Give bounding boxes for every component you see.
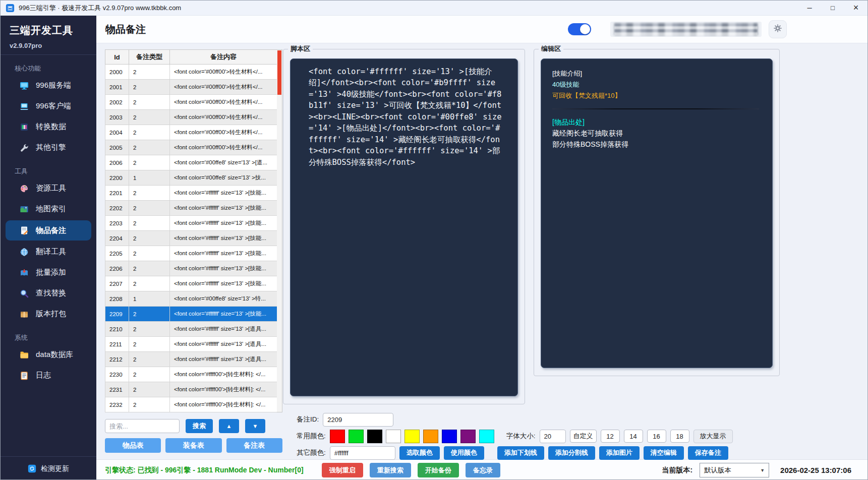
table-row[interactable]: 22072<font color='#ffffff' size='13' >[技… (105, 276, 277, 291)
table-row[interactable]: 22032<font color='#ffffff' size='13' >[技… (105, 216, 277, 231)
redacted-text-blur (610, 22, 762, 37)
search-input[interactable] (105, 419, 180, 433)
sidebar-item-map[interactable]: 地图索引 (1, 199, 96, 219)
sidebar-item-server[interactable]: 996服务端 (1, 75, 96, 96)
table-row[interactable]: 22062<font color='#ffffff' size='13' >[技… (105, 261, 277, 276)
table-row[interactable]: 22022<font color='#ffffff' size='13' >[技… (105, 201, 277, 216)
table-scrollbar[interactable] (277, 49, 282, 412)
add-divider-button[interactable]: 添加分割线 (548, 446, 595, 460)
prev-result-button[interactable]: ▲ (219, 419, 239, 433)
color-swatch[interactable] (423, 430, 438, 443)
version-select[interactable]: 默认版本 ▼ (700, 463, 769, 477)
sidebar-item-folder[interactable]: data数据库 (1, 344, 96, 365)
zoom-display-button[interactable]: 放大显示 (693, 430, 733, 443)
tab-equip-table[interactable]: 装备表 (165, 438, 221, 453)
color-swatch[interactable] (349, 430, 364, 443)
use-color-button[interactable]: 使用颜色 (444, 446, 484, 460)
table-row[interactable]: 22092<font color='#ffffff' size='13' >[技… (105, 307, 277, 322)
column-header-type: 备注类型 (129, 50, 170, 65)
cell-type: 2 (129, 397, 170, 412)
sidebar-item-convert-data[interactable]: 转换数据 (1, 116, 96, 137)
table-row[interactable]: 22081<font color='#00ffe8' size='13' >特.… (105, 291, 277, 307)
table-row[interactable]: 22312<font color='#ffff00'>[转生材料]: </... (105, 382, 277, 397)
other-color-input[interactable] (330, 446, 395, 460)
sidebar-item-log[interactable]: 日志 (1, 365, 96, 386)
check-update-button[interactable]: 检测更新 (1, 456, 96, 480)
force-restart-button[interactable]: 强制重启 (322, 463, 363, 477)
font-size-16-button[interactable]: 16 (647, 430, 666, 443)
font-size-14-button[interactable]: 14 (624, 430, 643, 443)
search-button[interactable]: 搜索 (186, 419, 213, 433)
sidebar-item-client[interactable]: 996客户端 (1, 96, 96, 116)
table-row[interactable]: 22112<font color='#ffffff' size='13' >[道… (105, 337, 277, 352)
color-swatch[interactable] (460, 430, 476, 443)
memo-button[interactable]: 备忘录 (466, 463, 500, 477)
current-version-label: 当前版本: (662, 466, 692, 475)
sidebar-item-search-replace[interactable]: 查找替换 (1, 283, 96, 304)
table-row[interactable]: 22102<font color='#ffffff' size='13' >[道… (105, 322, 277, 337)
sidebar-item-wrench[interactable]: 其他引擎 (1, 137, 96, 158)
sidebar-item-note[interactable]: 物品备注 (6, 220, 91, 241)
table-row[interactable]: 22012<font color='#ffffff' size='13' >[技… (105, 186, 277, 201)
cell-type: 1 (129, 291, 170, 307)
scrollbar-thumb[interactable] (277, 50, 281, 95)
clear-edit-button[interactable]: 清空编辑 (644, 446, 684, 460)
table-row[interactable]: 22052<font color='#ffffff' size='13' >[技… (105, 246, 277, 261)
settings-button[interactable] (769, 20, 787, 38)
table-row[interactable]: 20002<font color='#00ff00'>转生材料</... (105, 65, 277, 80)
timestamp: 2026-02-25 13:07:06 (780, 466, 851, 474)
table-row[interactable]: 20032<font color='#00ff00'>转生材料</... (105, 110, 277, 125)
custom-size-button[interactable]: 自定义 (570, 430, 597, 443)
sidebar-item-label: 查找替换 (36, 288, 66, 298)
next-result-button[interactable]: ▼ (245, 419, 265, 433)
cell-id: 2002 (105, 95, 129, 110)
color-swatch[interactable] (442, 430, 457, 443)
sidebar-section-label: 核心功能 (15, 64, 96, 73)
script-code[interactable]: <font color='#ffffff' size='13' >[技能介绍]<… (291, 59, 517, 175)
font-size-input[interactable] (540, 430, 566, 443)
page-title: 物品备注 (105, 23, 146, 36)
tab-note-table[interactable]: 备注表 (226, 438, 282, 453)
maximize-button[interactable]: □ (821, 1, 844, 15)
table-row[interactable]: 20012<font color='#00ff00'>转生材料</... (105, 80, 277, 95)
minimize-button[interactable]: ─ (798, 1, 821, 15)
cell-content: <font color='#00ffe8' size='13' >技... (170, 170, 277, 186)
color-swatch[interactable] (386, 430, 401, 443)
research-button[interactable]: 重新搜索 (370, 463, 411, 477)
save-note-button[interactable]: 保存备注 (688, 446, 728, 460)
table-header-row: Id 备注类型 备注内容 (105, 50, 277, 65)
close-button[interactable]: × (844, 1, 867, 15)
editor-preview-panel[interactable]: [技能介绍]40级技能可回收【梵文残籍*10】[物品出处]藏经阁长老可抽取获得部… (541, 58, 773, 368)
tab-item-table[interactable]: 物品表 (105, 438, 161, 453)
sidebar-item-palette[interactable]: 资源工具 (1, 178, 96, 199)
color-swatch[interactable] (404, 430, 420, 443)
app-version: v2.9.07pro (10, 42, 87, 49)
font-size-12-button[interactable]: 12 (601, 430, 620, 443)
note-id-input[interactable] (323, 413, 393, 427)
toggle-switch[interactable] (568, 23, 591, 35)
table-row[interactable]: 22001<font color='#00ffe8' size='13' >技.… (105, 170, 277, 186)
table-row[interactable]: 20052<font color='#00ff00'>转生材料</... (105, 140, 277, 155)
pick-color-button[interactable]: 选取颜色 (399, 446, 440, 460)
column-header-content: 备注内容 (170, 50, 277, 65)
add-underline-button[interactable]: 添加下划线 (497, 446, 544, 460)
table-row[interactable]: 20042<font color='#00ff00'>转生材料</... (105, 125, 277, 140)
table-row[interactable]: 22042<font color='#ffffff' size='13' >[技… (105, 231, 277, 246)
table-row[interactable]: 20022<font color='#00ff00'>转生材料</... (105, 95, 277, 110)
table-row[interactable]: 22122<font color='#ffffff' size='13' >[道… (105, 352, 277, 367)
table-row[interactable]: 20062<font color='#00ffe8' size='13' >[道… (105, 155, 277, 170)
add-image-button[interactable]: 添加图片 (599, 446, 640, 460)
table-tabs: 物品表 装备表 备注表 (105, 438, 282, 453)
sidebar-item-batch-add[interactable]: 批量添加 (1, 262, 96, 283)
preview-line: 藏经阁长老可抽取获得 (552, 128, 761, 139)
sidebar-item-globe[interactable]: 翻译工具 (1, 242, 96, 262)
color-swatch[interactable] (367, 430, 382, 443)
script-editor-panel[interactable]: <font color='#ffffff' size='13' >[技能介绍]<… (290, 58, 518, 396)
font-size-18-button[interactable]: 18 (670, 430, 689, 443)
color-swatch[interactable] (479, 430, 494, 443)
table-row[interactable]: 22322<font color='#ffff00'>[转生材料]: </... (105, 397, 277, 412)
start-backup-button[interactable]: 开始备份 (418, 463, 459, 477)
sidebar-item-package[interactable]: 版本打包 (1, 304, 96, 324)
table-row[interactable]: 22302<font color='#ffff00'>[转生材料]: </... (105, 367, 277, 382)
color-swatch[interactable] (330, 430, 345, 443)
